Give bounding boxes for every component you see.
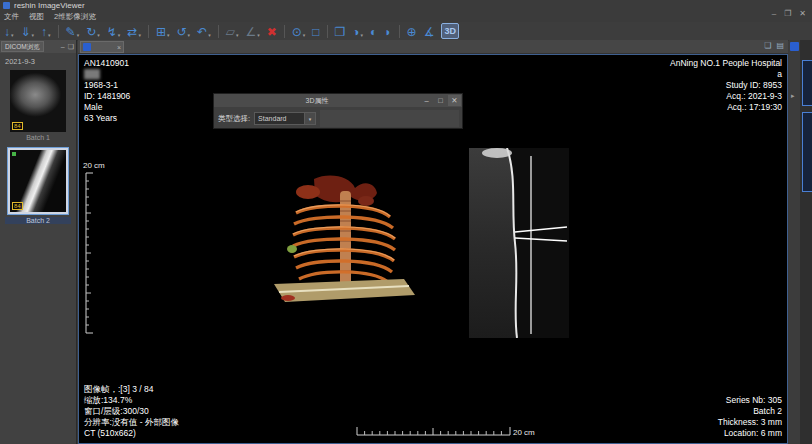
frame-index: 图像帧，:[3] 3 / 84 [84, 384, 179, 395]
dialog-minimize-icon[interactable]: – [420, 95, 433, 106]
loaded-indicator-icon [12, 152, 16, 156]
plug-export-button[interactable]: ⇄▾ [127, 23, 141, 39]
patient-sex: Male [84, 102, 130, 113]
invert-contrast-icon: ◐ [370, 25, 377, 39]
open-study-button[interactable]: ⇓▾ [21, 23, 35, 39]
plug-import-icon: ↯ [107, 25, 117, 39]
dicom-browser-panel: DICOM浏览 – ❏ 2021-9-3 84 Batch 1 84 Batch… [0, 40, 77, 444]
dropdown-caret-icon: ▾ [236, 32, 239, 39]
panel-collapse-icon[interactable]: – [61, 43, 65, 51]
bottom-ruler [356, 426, 511, 436]
dialog-controls: – □ ✕ [420, 95, 462, 106]
app-logo-icon [3, 2, 10, 9]
volume-render-ribcage[interactable] [254, 171, 429, 316]
plug-import-button[interactable]: ↯▾ [107, 23, 121, 39]
annotation-tool-icon[interactable] [790, 42, 799, 51]
acquisition-time: Acq.: 17:19:30 [670, 102, 782, 113]
menu-view[interactable]: 视图 [29, 12, 44, 22]
dropdown-caret-icon: ▾ [303, 32, 306, 39]
series-thumbnail-1[interactable]: 84 [10, 70, 66, 132]
hospital-name: AnNing NO.1 People Hospital [670, 58, 782, 69]
image-viewport[interactable]: 20 cm [78, 54, 788, 444]
patient-id: ID: 1481906 [84, 91, 130, 102]
window-level-icon: ◑ [352, 25, 359, 39]
zoom-level: 缩放:134.7% [84, 395, 179, 406]
plug-export-icon: ⇄ [127, 25, 137, 39]
dropdown-caret-icon: ▾ [48, 32, 51, 39]
edit-pencil-button[interactable]: ✎▾ [66, 23, 80, 39]
angle-tool-button[interactable]: ∡ [424, 23, 435, 39]
dialog-title-bar[interactable]: 3D属性 – □ ✕ [214, 94, 462, 107]
expand-panel-icon[interactable]: ▸ [791, 92, 795, 100]
toolbar-separator [148, 25, 149, 38]
export-image-button[interactable]: ↑▾ [41, 23, 51, 39]
layout-grid-button[interactable]: ⊞▾ [156, 23, 170, 39]
window-title: reshin ImageViewer [14, 1, 85, 10]
half-contrast-button[interactable]: ◗ [384, 23, 391, 39]
viewer-tab[interactable]: × [80, 41, 124, 53]
menu-2d-browse[interactable]: 2维影像浏览 [54, 12, 96, 22]
invert-contrast-button[interactable]: ◐ [370, 23, 377, 39]
open-image-icon: ↓ [4, 25, 10, 39]
plug-refresh-button[interactable]: ↻▾ [86, 23, 100, 39]
zoom-window-icon: □ [312, 25, 319, 39]
tab-close-icon[interactable]: × [117, 44, 121, 51]
dropdown-caret-icon: ▾ [97, 32, 100, 39]
panel-float-icon[interactable]: ❏ [68, 43, 74, 51]
cube-3d-icon: 3D [444, 24, 456, 38]
copy-series-icon: ❐ [335, 25, 346, 39]
render-type-dropdown[interactable]: Standard ▾ [254, 112, 316, 125]
title-bar: reshin ImageViewer [0, 0, 812, 11]
app-window: reshin ImageViewer – ❐ ✕ 文件 视图 2维影像浏览 ↓▾… [0, 0, 812, 444]
menu-bar: 文件 视图 2维影像浏览 [0, 11, 812, 22]
dicom-browser-tab[interactable]: DICOM浏览 [1, 41, 44, 52]
dialog-body: 类型选择: Standard ▾ [214, 107, 462, 130]
render-type-dialog[interactable]: 3D属性 – □ ✕ 类型选择: Standard ▾ [213, 93, 463, 129]
viewer-tab-icon [83, 43, 91, 51]
sagittal-localizer-image[interactable] [469, 148, 569, 338]
pin-panel-icon[interactable]: ▤ [776, 41, 784, 50]
magnify-button[interactable]: ⊙▾ [292, 23, 306, 39]
measure-line-button[interactable]: ∠▾ [245, 23, 259, 39]
window-level-value: 窗口/层级:300/30 [84, 406, 179, 417]
copy-series-button[interactable]: ❐ [335, 23, 346, 39]
select-region-button[interactable]: ▱▾ [226, 23, 239, 39]
accession-number: AN1410901 [84, 58, 130, 69]
cube-3d-button[interactable]: 3D [441, 23, 459, 39]
strip-thumbnail[interactable] [802, 60, 812, 106]
dropdown-caret-icon: ▾ [257, 32, 260, 39]
series-thumbnail-2-image: 84 [10, 150, 66, 212]
study-date-label: 2021-9-3 [0, 53, 76, 68]
selected-thumbnail-frame: 84 [7, 147, 69, 215]
collapsed-series-strip[interactable] [800, 40, 812, 444]
zoom-window-button[interactable]: □ [312, 23, 319, 39]
flip-view-icon: ↺ [177, 25, 187, 39]
birth-date: 1968-3-1 [84, 80, 130, 91]
window-level-button[interactable]: ◑▾ [352, 23, 363, 39]
strip-thumbnail[interactable] [802, 112, 812, 192]
type-select-label: 类型选择: [218, 114, 250, 124]
resolution-info: 分辨率:没有值 - 外部图像 [84, 417, 179, 428]
viewer-tab-strip: × ❏ ▤ [78, 40, 788, 54]
select-region-icon: ▱ [226, 25, 235, 39]
menu-file[interactable]: 文件 [4, 12, 19, 22]
open-study-icon: ⇓ [21, 25, 31, 39]
delete-series-button[interactable]: ✖ [267, 23, 277, 39]
flip-view-button[interactable]: ↺▾ [177, 23, 191, 39]
image-status-overlay: 图像帧，:[3] 3 / 84 缩放:134.7% 窗口/层级:300/30 分… [84, 384, 179, 439]
rotate-ccw-button[interactable]: ↶▾ [197, 23, 211, 39]
mpr-sphere-button[interactable]: ⊕ [407, 23, 417, 39]
layout-grid-icon: ⊞ [156, 25, 166, 39]
plug-refresh-icon: ↻ [86, 25, 96, 39]
study-info-overlay: AnNing NO.1 People Hospital a Study ID: … [670, 58, 782, 113]
toolbar-separator [284, 25, 285, 38]
slice-location: Location: 6 mm [718, 428, 782, 439]
series-caption-1: Batch 1 [0, 134, 76, 141]
batch-label: Batch 2 [718, 406, 782, 417]
open-image-button[interactable]: ↓▾ [4, 23, 14, 39]
float-panel-icon[interactable]: ❏ [764, 41, 771, 50]
dialog-close-icon[interactable]: ✕ [448, 95, 461, 106]
half-contrast-icon: ◗ [384, 25, 391, 39]
dialog-maximize-icon[interactable]: □ [434, 95, 447, 106]
series-thumbnail-2[interactable]: 84 [7, 147, 69, 215]
